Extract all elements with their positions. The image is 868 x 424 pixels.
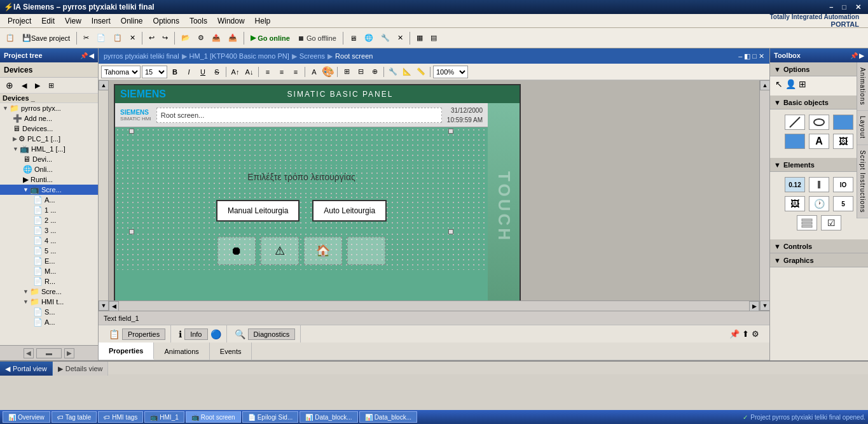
- menu-project[interactable]: Project: [3, 15, 36, 27]
- menu-view[interactable]: View: [60, 15, 86, 27]
- toolbar-btn2[interactable]: ⚙: [195, 31, 207, 46]
- info-btn[interactable]: Info: [184, 329, 207, 340]
- breadcrumb-3[interactable]: Screens: [300, 52, 325, 60]
- toolbox-graphics-header[interactable]: ▼ Graphics: [770, 253, 868, 267]
- tree-4[interactable]: 📄 4 ...: [0, 236, 98, 246]
- tree-onli[interactable]: 🌐 Onli...: [0, 164, 98, 174]
- font-selector[interactable]: Tahoma: [101, 66, 141, 78]
- tool-io-field[interactable]: 0.12: [785, 177, 805, 192]
- breadcrumb-1[interactable]: pyrros ptyxiaki teliki final: [104, 52, 179, 60]
- tree-devices[interactable]: 🖥 Devices...: [0, 124, 98, 134]
- strikethrough-btn[interactable]: S: [210, 66, 223, 78]
- menu-edit[interactable]: Edit: [36, 15, 60, 27]
- canvas-area[interactable]: ▲ ▼ SIEMENS SIMATIC BASIC PANEL TOUCH: [99, 80, 769, 311]
- dev-next-btn[interactable]: ▶: [32, 78, 43, 93]
- dev-add-btn[interactable]: ⊕: [3, 78, 17, 93]
- toolbox-basic-header[interactable]: ▼ Basic objects: [770, 95, 868, 110]
- go-offline-btn[interactable]: ⏹ Go offline: [294, 31, 340, 46]
- tab-events[interactable]: Events: [210, 343, 252, 360]
- canvas-scrollbar-v[interactable]: ▲ ▼: [759, 80, 769, 311]
- toolbar-net[interactable]: 🌐: [361, 31, 376, 46]
- toolbar-icon-1[interactable]: 📋: [3, 31, 18, 46]
- toolbox-options-header[interactable]: ▼ Options: [770, 62, 868, 76]
- menu-insert[interactable]: Insert: [86, 15, 116, 27]
- scroll-left-btn[interactable]: ◀: [24, 348, 34, 358]
- scroll-up-btn[interactable]: ▲: [99, 80, 109, 90]
- obj-group-btn[interactable]: ⊕: [368, 66, 381, 78]
- toolbar-stop[interactable]: ✕: [394, 31, 406, 46]
- task-epilogi[interactable]: 📄 Epilogi Sid...: [242, 411, 299, 423]
- dev-prev-btn[interactable]: ◀: [18, 78, 30, 93]
- devices-header[interactable]: Devices: [0, 62, 98, 78]
- tool-img-small[interactable]: 🖼: [785, 196, 805, 211]
- toolbar-delete[interactable]: ✕: [127, 31, 139, 46]
- options-nav-icon[interactable]: ⊞: [799, 79, 806, 89]
- canvas-close-btn[interactable]: ✕: [759, 52, 764, 60]
- maximize-btn[interactable]: □: [839, 3, 850, 11]
- tool-list[interactable]: [797, 215, 817, 230]
- status-settings-btn[interactable]: ⚙: [752, 329, 759, 339]
- tree-s[interactable]: 📄 S...: [0, 307, 98, 317]
- italic-btn[interactable]: I: [183, 66, 195, 78]
- toolbar-btn4[interactable]: 📥: [225, 31, 240, 46]
- tool-ellipse[interactable]: [809, 115, 829, 130]
- obj-tools1-btn[interactable]: 🔧: [387, 66, 399, 78]
- task-root-screen[interactable]: 📺 Root screen: [186, 411, 241, 423]
- hsb-left-btn[interactable]: ◀: [109, 301, 119, 311]
- tab-properties[interactable]: Properties: [99, 343, 154, 360]
- task-data2[interactable]: 📊 Data_block...: [359, 411, 417, 423]
- minimize-btn[interactable]: –: [826, 3, 836, 11]
- toolbox-controls-header[interactable]: ▼ Controls: [770, 239, 868, 253]
- toolbar-save-btn[interactable]: 💾 Save project: [19, 31, 73, 46]
- toolbox-collapse-btn[interactable]: ▶: [859, 52, 864, 59]
- tree-r[interactable]: 📄 R...: [0, 276, 98, 286]
- obj-tools3-btn[interactable]: 📏: [415, 66, 427, 78]
- status-expand-btn[interactable]: ⬆: [742, 329, 749, 339]
- tree-m[interactable]: 📄 M...: [0, 266, 98, 276]
- canvas-scrollbar-h[interactable]: ◀ ▶: [109, 300, 759, 311]
- tool-circle[interactable]: [833, 115, 853, 130]
- scroll-right-btn[interactable]: ▶: [64, 348, 74, 358]
- underline-btn[interactable]: U: [196, 66, 209, 78]
- properties-btn[interactable]: Properties: [122, 329, 165, 340]
- hsb-right-btn[interactable]: ▶: [749, 301, 759, 311]
- hmi-icon-btn-2[interactable]: ⚠: [261, 237, 299, 265]
- scroll-down-btn[interactable]: ▼: [99, 300, 109, 311]
- vsb-down-btn[interactable]: ▼: [760, 300, 769, 311]
- tree-2[interactable]: 📄 2 ...: [0, 215, 98, 225]
- tree-a2[interactable]: 📄 A...: [0, 317, 98, 327]
- toolbar-cut[interactable]: ✂: [80, 31, 92, 46]
- menu-options[interactable]: Options: [148, 15, 184, 27]
- hmi-icon-btn-1[interactable]: ⏺: [217, 237, 256, 265]
- tool-text[interactable]: A: [809, 134, 829, 149]
- toolbar-redo[interactable]: ↪: [159, 31, 171, 46]
- hmi-screen-name-field[interactable]: Root screen...: [156, 108, 442, 123]
- tree-plc1[interactable]: ▶ ⚙ PLC_1 [...]: [0, 134, 98, 144]
- task-hmi1[interactable]: 📺 HMI_1: [144, 411, 184, 423]
- align-left-btn[interactable]: ≡: [261, 66, 274, 78]
- dev-filter-btn[interactable]: ⊞: [45, 78, 57, 93]
- vtab-animations[interactable]: Animations: [857, 62, 868, 111]
- hmi-manual-btn[interactable]: Manual Leitourgia: [216, 200, 300, 222]
- go-online-btn[interactable]: ▶ Go online: [247, 31, 293, 46]
- menu-window[interactable]: Window: [212, 15, 250, 27]
- hmi-icon-btn-4[interactable]: [347, 237, 385, 265]
- tree-root[interactable]: ▼ 📁 pyrros ptyx...: [0, 103, 98, 113]
- hmi-auto-btn[interactable]: Auto Leitourgia: [312, 200, 387, 222]
- toolbox-elements-header[interactable]: ▼ Elements: [770, 158, 868, 172]
- tool-roller[interactable]: IO: [833, 177, 853, 192]
- bold-btn[interactable]: B: [169, 66, 181, 78]
- canvas-maximize-btn[interactable]: □: [752, 52, 757, 60]
- diagnostics-btn[interactable]: Diagnostics: [248, 329, 296, 340]
- tab-animations[interactable]: Animations: [154, 343, 209, 360]
- task-tag-table[interactable]: 🏷 Tag table: [52, 411, 97, 423]
- tree-collapse-btn[interactable]: ◀: [89, 52, 94, 59]
- task-data1[interactable]: 📊 Data_block...: [300, 411, 357, 423]
- tool-clock[interactable]: 🕐: [809, 196, 829, 211]
- zoom-selector[interactable]: 100%: [433, 66, 468, 78]
- tree-pin-btn[interactable]: 📌: [80, 52, 88, 59]
- portal-view-toggle[interactable]: ◀ Portal view: [0, 362, 53, 376]
- tool-image[interactable]: 🖼: [833, 134, 853, 149]
- options-cursor-icon[interactable]: ↖: [775, 79, 783, 89]
- toolbar-btn3[interactable]: 📤: [209, 31, 224, 46]
